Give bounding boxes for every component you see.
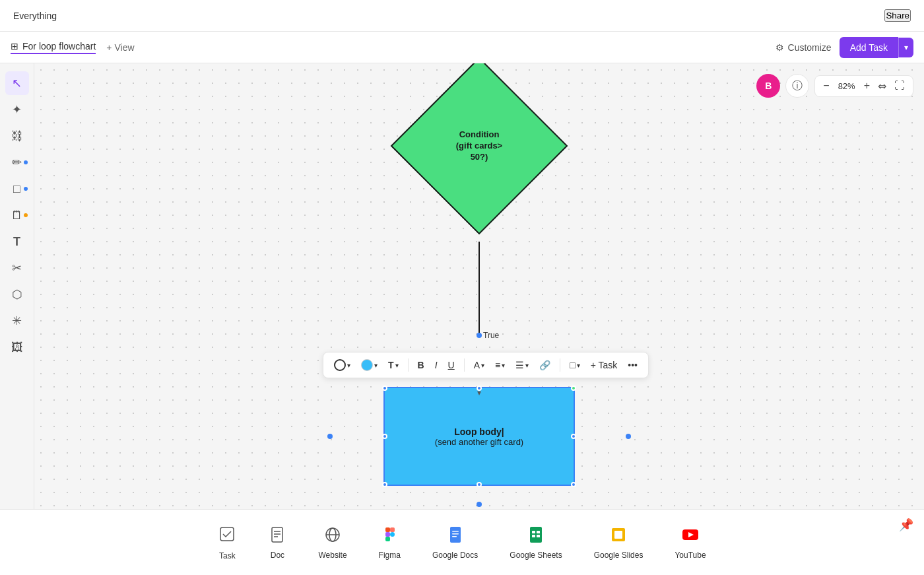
diagram-icon: ⊞ [11,41,18,51]
svg-rect-17 [530,527,542,543]
dock-item-google-docs[interactable]: Google Docs [416,518,494,568]
sidebar-item-link[interactable]: ⛓ [5,124,29,148]
customize-button[interactable]: ⚙ Customize [776,42,832,53]
graph-icon: ⬡ [12,287,22,302]
dock-item-google-sheets[interactable]: Google Sheets [494,518,578,568]
dock-item-youtube[interactable]: YouTube [659,518,721,568]
sidebar-item-graph[interactable]: ⬡ [5,283,29,306]
google-slides-label: Google Slides [594,551,644,560]
dock-item-doc[interactable]: Doc [252,518,302,568]
toolbar-italic-button[interactable]: I [431,357,442,373]
diamond-shape[interactable]: Condition(gift cards>50?) [416,83,542,209]
floating-toolbar: ▾ ▾ T ▾ B I U A ▾ ≡ ▾ ☰ [323,352,649,378]
underline-icon: U [448,360,455,370]
svg-rect-20 [532,535,535,537]
toolbar-align-button[interactable]: ≡ ▾ [491,357,509,373]
zoom-in-button[interactable]: + [861,79,873,93]
ext-handle-bottom[interactable] [477,502,482,507]
sidebar-item-image[interactable]: 🖼 [5,335,29,359]
connector-icon: ✳ [12,314,22,328]
font-color-chevron-icon: ▾ [481,362,484,369]
sidebar-item-text[interactable]: T [5,230,29,254]
google-docs-label: Google Docs [432,551,478,560]
add-task-dropdown-button[interactable]: ▾ [898,38,913,57]
toolbar-more-button[interactable]: ••• [624,357,642,373]
svg-point-12 [390,532,395,537]
connector-line [478,242,480,334]
svg-rect-19 [537,531,540,533]
dock-item-task[interactable]: Task [202,517,252,568]
svg-rect-16 [452,536,457,537]
font-t-icon: T [388,360,394,370]
svg-rect-11 [385,537,390,541]
pin-button[interactable]: 📌 [899,518,913,532]
google-docs-svg-icon [446,525,465,544]
sidebar-item-connector[interactable]: ✳ [5,309,29,333]
info-button[interactable]: ⓘ [785,74,809,98]
toolbar-shape-button[interactable]: □ ▾ [566,357,583,373]
toolbar-font-button[interactable]: T ▾ [384,357,403,373]
svg-rect-18 [532,531,535,533]
toolbar-link-button[interactable]: 🔗 [535,357,554,373]
pen-dot [24,160,28,164]
note-dot [24,213,28,217]
sidebar-item-note[interactable]: 🗒 [5,203,29,227]
link-toolbar-icon: 🔗 [539,360,550,370]
ext-handle-left[interactable] [327,434,333,439]
website-icon [323,525,342,547]
diamond-inner: Condition(gift cards>50?) [391,63,568,234]
google-sheets-label: Google Sheets [510,551,562,560]
toolbar-bold-button[interactable]: B [414,357,428,373]
breadcrumb: Everything [13,11,57,21]
task-label: Task [219,551,236,560]
toolbar-font-color-button[interactable]: A ▾ [470,357,488,373]
diagram-name: For loop flowchart [22,41,96,51]
extra-handles [383,387,575,486]
dock-item-website[interactable]: Website [302,518,362,568]
zoom-fullscreen-button[interactable]: ⛶ [892,79,908,93]
top-header: Everything Share [0,0,924,32]
shape-chevron-icon: ▾ [577,362,580,369]
toolbar-underline-button[interactable]: U [444,357,459,373]
dock-item-figma[interactable]: Figma [363,518,416,568]
google-sheets-icon [527,525,545,547]
dock-item-google-slides[interactable]: Google Slides [578,518,659,568]
share-button[interactable]: Share [884,9,911,22]
zoom-level: 82% [835,81,859,91]
svg-rect-14 [452,531,459,532]
sidebar-item-select[interactable]: ↖ [5,71,29,95]
toolbar-border-button[interactable]: ▾ [330,356,354,374]
google-slides-svg-icon [609,525,628,544]
toolbar-list-button[interactable]: ☰ ▾ [512,357,533,373]
toolbar-add-task-button[interactable]: + Task [587,357,622,373]
toolbar-fill-button[interactable]: ▾ [357,356,381,374]
list-chevron-icon: ▾ [525,362,529,369]
ext-handle-right[interactable] [626,434,631,439]
add-task-button[interactable]: Add Task [840,37,898,58]
canvas-area[interactable]: B ⓘ − 82% + ⇔ ⛶ Condition(gift cards>50?… [34,63,924,509]
shape-icon: □ [13,182,20,196]
zoom-controls: − 82% + ⇔ ⛶ [814,75,913,97]
zoom-out-button[interactable]: − [820,79,832,93]
true-label: True [483,331,499,340]
diagram-breadcrumb: ⊞ For loop flowchart [11,41,96,54]
plus-toolbar-icon: + Task [591,360,618,370]
border-chevron-icon: ▾ [347,362,350,369]
sidebar-item-ai[interactable]: ✦ [5,98,29,121]
sidebar-item-pen[interactable]: ✏ [5,151,29,174]
align-chevron-icon: ▾ [502,362,505,369]
youtube-svg-icon [681,525,700,544]
list-icon: ☰ [515,360,524,370]
canvas-controls: B ⓘ − 82% + ⇔ ⛶ [756,74,913,98]
figma-svg-icon [380,525,399,544]
sidebar-item-draw[interactable]: ✂ [5,256,29,280]
note-icon: 🗒 [11,209,23,222]
google-slides-icon [609,525,628,547]
svg-rect-10 [385,532,390,537]
zoom-fit-button[interactable]: ⇔ [875,79,889,94]
sidebar-item-shape[interactable]: □ [5,177,29,201]
pen-icon: ✏ [12,155,22,170]
website-label: Website [318,551,346,560]
view-button[interactable]: + View [106,42,134,53]
toolbar-sep-1 [408,358,409,372]
